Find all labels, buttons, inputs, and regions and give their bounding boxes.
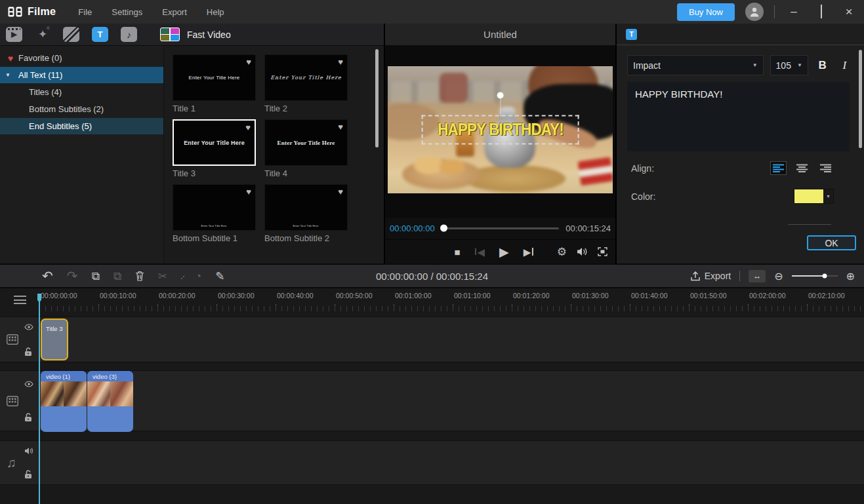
close-button[interactable]: × [840,3,857,20]
split-icon[interactable]: ✂ [158,271,167,282]
fullscreen-icon[interactable] [598,247,607,256]
text-content-input[interactable]: HAPPY BIRTHDAY! [627,82,850,151]
account-avatar[interactable] [745,3,764,21]
sidebar-item-titles[interactable]: Titles (4) [0,84,163,100]
menu-export[interactable]: Export [162,7,187,17]
template-card-title-2[interactable]: Enter Your Title Here ♥ Title 2 [264,54,348,113]
titlebar-separator [774,5,775,18]
chevron-down-icon: ▼ [747,62,758,68]
audio-tab-icon[interactable]: ♪ [121,27,137,42]
audio-track[interactable]: ♫ [0,440,864,485]
track-visibility-eye-icon[interactable] [24,324,33,330]
sidebar-item-end-subtitles[interactable]: End Subtitles (5) [0,118,163,134]
template-card-title-4[interactable]: Enter Your Title Here ♥ Title 4 [264,119,348,178]
preview-panel: Untitled H [384,24,617,263]
menu-file[interactable]: File [78,7,92,17]
properties-scrollbar[interactable] [859,50,862,148]
seek-thumb[interactable] [440,225,447,232]
duration-time: 00:00:15:24 [566,223,611,233]
align-center-button[interactable] [794,161,810,175]
ok-button[interactable]: OK [807,235,856,250]
zoom-out-icon[interactable]: ⊖ [774,270,783,282]
favorite-heart-icon[interactable]: ♥ [338,57,343,67]
export-button[interactable]: Export [691,271,731,281]
clip-thumbnails [41,381,87,406]
color-picker[interactable]: ▼ [794,189,834,204]
stop-button[interactable]: ■ [454,247,460,257]
playhead[interactable] [39,294,40,504]
video-frame[interactable]: HAPPY BIRTHDAY! [388,66,613,193]
title-track-header [0,317,39,362]
playback-settings-icon[interactable]: ⚙ [557,245,567,259]
title-track[interactable]: Title 3 [0,317,864,362]
sidebar-item-all-text[interactable]: ▼ All Text (11) [0,67,163,83]
favorite-heart-icon[interactable]: ♥ [338,187,343,197]
previous-frame-button[interactable]: ◀ [475,247,485,257]
track-visibility-eye-icon[interactable] [24,381,33,387]
tree-expand-icon[interactable]: ▼ [5,72,13,78]
transitions-tab-icon[interactable] [63,27,79,42]
text-rotate-handle[interactable] [497,92,503,99]
favorite-heart-icon[interactable]: ♥ [246,57,251,67]
delete-icon[interactable] [135,271,144,281]
color-swatch[interactable] [794,189,823,203]
minimize-button[interactable]: – [785,3,802,20]
track-unlock-icon[interactable] [24,470,33,479]
copy-icon[interactable]: ⧉ [92,271,100,282]
seek-bar[interactable] [442,227,560,229]
sidebar-item-favorite[interactable]: ♥ Favorite (0) [0,50,163,66]
align-left-button[interactable] [770,161,787,175]
clip-label: video (3) [87,371,133,381]
template-caption: Title 1 [173,104,256,113]
menu-settings[interactable]: Settings [112,7,142,17]
favorite-heart-icon[interactable]: ♥ [338,122,343,132]
sidebar-item-bottom-subtitles[interactable]: Bottom Subtitles (2) [0,101,163,117]
template-card-bottom-subtitle-2[interactable]: Enter Your Title Here ♥ Bottom Subtitle … [264,184,348,243]
title-clip[interactable]: Title 3 [41,319,68,360]
zoom-slider-handle[interactable] [822,274,827,279]
buy-now-button[interactable]: Buy Now [677,3,735,21]
video-clip-1[interactable]: video (1) [41,371,87,432]
template-scrollbar[interactable] [375,49,379,147]
undo-icon[interactable]: ↶ [42,269,53,282]
bold-button[interactable]: B [815,59,831,72]
favorite-heart-icon[interactable]: ♥ [245,123,251,132]
play-button[interactable]: ▶ [499,246,509,258]
speed-icon[interactable]: ◔ [195,271,201,282]
text-tab-icon[interactable]: T [92,27,108,42]
menu-help[interactable]: Help [207,7,224,17]
video-clip-3[interactable]: video (3) [87,371,133,432]
chevron-down-icon[interactable]: ▼ [823,189,833,203]
current-time: 00:00:00:00 [390,223,435,233]
fast-video-icon [160,28,180,41]
overlay-text[interactable]: HAPPY BIRTHDAY! [438,120,564,139]
template-card-title-1[interactable]: Enter Your Title Here ♥ Title 1 [173,54,256,113]
italic-button[interactable]: I [836,59,852,72]
track-manager-icon[interactable] [14,296,26,304]
fast-video-tab[interactable]: Fast Video [160,28,231,41]
favorite-heart-icon[interactable]: ♥ [246,187,251,197]
template-card-title-3[interactable]: Enter Your Title Here ♥ Title 3 [173,119,256,178]
zoom-in-icon[interactable]: ⊕ [846,270,855,282]
track-unlock-icon[interactable] [24,347,33,357]
effects-tab-icon[interactable]: ✦✧ [35,28,51,41]
align-right-button[interactable] [817,161,834,175]
text-selection-box[interactable]: HAPPY BIRTHDAY! [421,115,579,145]
template-card-bottom-subtitle-1[interactable]: Enter Your Title Here ♥ Bottom Subtitle … [173,184,256,243]
media-tab-icon[interactable]: ▶ [6,27,22,42]
paste-icon[interactable]: ⧉ [113,271,121,282]
filme-logo-icon [8,7,22,17]
video-track[interactable]: video (1) video (3) [0,370,864,431]
text-properties-tab-icon[interactable]: T [626,29,637,40]
font-family-select[interactable]: Impact ▼ [627,55,764,75]
track-unlock-icon[interactable] [24,413,33,422]
maximize-button[interactable] [813,3,830,20]
next-frame-button[interactable]: ▶ [524,247,534,257]
track-mute-speaker-icon[interactable] [24,447,34,455]
font-size-select[interactable]: 105 ▼ [770,55,808,75]
edit-pen-icon[interactable]: ✎ [215,271,224,282]
redo-icon[interactable]: ↷ [67,269,78,282]
fit-timeline-icon[interactable]: ↔ [749,270,766,282]
volume-icon[interactable] [577,247,588,256]
timeline-zoom-slider[interactable] [792,275,838,277]
